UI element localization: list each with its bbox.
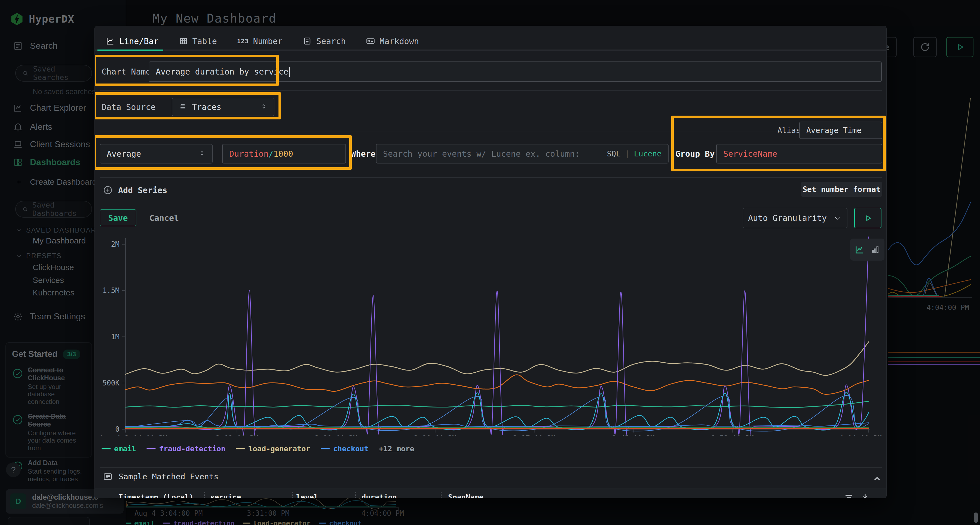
database-icon: [179, 103, 187, 111]
document-icon: [303, 36, 312, 46]
legend-item-email[interactable]: email: [102, 444, 136, 453]
y-tick-label: 500K: [102, 379, 119, 387]
run-chart-button[interactable]: [854, 208, 881, 228]
column-separator[interactable]: [204, 492, 205, 498]
legend-item-load-generator[interactable]: load-generator: [236, 444, 310, 453]
group-by-label: Group By: [675, 144, 715, 163]
x-tick-label: Aug 4 3:04:00 PM: [99, 434, 167, 436]
tab-table[interactable]: Table: [179, 36, 217, 46]
tab-number[interactable]: 123 Number: [237, 36, 283, 46]
collapse-section-button[interactable]: [872, 474, 882, 484]
play-icon: [863, 214, 872, 223]
series-line-email: [126, 401, 869, 408]
list-icon: [103, 472, 113, 482]
main-chart: 2M1.5M1M500K0Aug 4 3:04:00 PM3:13:00 PM3…: [95, 233, 887, 436]
legend-more-link[interactable]: +12 more: [379, 444, 414, 453]
chevron-down-icon: [833, 214, 842, 223]
edit-chart-modal: Line/Bar Table 123 Number Search Markdow…: [94, 26, 887, 498]
divider: [100, 467, 882, 468]
chevron-up-icon: [872, 474, 882, 484]
data-source-label: Data Source: [102, 98, 156, 116]
legend-item-checkout[interactable]: checkout: [321, 444, 369, 453]
alias-input[interactable]: Average Time: [799, 122, 882, 139]
tab-underline-track: [95, 49, 886, 51]
column-separator[interactable]: [441, 492, 442, 498]
text-cursor: [289, 67, 290, 77]
download-button[interactable]: [860, 492, 870, 498]
filter-icon: [844, 492, 854, 498]
data-source-select[interactable]: Traces: [172, 98, 274, 116]
sample-events-table-header: Timestamp (Local) service level duration…: [95, 489, 886, 498]
y-tick-label: 1M: [111, 333, 119, 341]
column-header-service[interactable]: service: [210, 493, 241, 498]
select-updown-icon: [260, 102, 267, 112]
chart-axes: [126, 238, 870, 429]
x-tick-label: 4:04:00 PM: [839, 434, 882, 436]
column-header-timestamp[interactable]: Timestamp (Local): [118, 493, 194, 498]
column-separator[interactable]: [292, 492, 293, 498]
bar-chart-icon[interactable]: [870, 245, 880, 255]
add-series-button[interactable]: Add Series: [103, 183, 167, 197]
markdown-icon: [366, 36, 375, 46]
x-tick-label: 3:29:00 PM: [414, 434, 457, 436]
x-tick-label: 3:45:00 PM: [612, 434, 655, 436]
divider: [100, 177, 882, 178]
download-icon: [860, 492, 870, 498]
where-placeholder: Search your events w/ Lucene ex. column:…: [383, 149, 579, 159]
x-tick-label: 3:21:00 PM: [315, 434, 358, 436]
chart-name-input[interactable]: Average duration by service: [149, 62, 882, 82]
series-line-load-generator: [126, 342, 869, 375]
aggregation-select[interactable]: Average: [100, 144, 213, 163]
chart-name-label: Chart Name: [102, 62, 151, 82]
sample-events-header: Sample Matched Events: [103, 472, 219, 482]
where-label: Where: [351, 144, 376, 163]
x-tick-label: 3:13:00 PM: [216, 434, 258, 436]
x-tick-label: 3:37:00 PM: [513, 434, 555, 436]
filter-columns-button[interactable]: [844, 492, 854, 498]
granularity-select[interactable]: Auto Granularity: [743, 208, 848, 228]
set-number-format-button[interactable]: Set number format: [801, 182, 882, 197]
column-header-duration[interactable]: duration: [361, 493, 397, 498]
123-icon: 123: [237, 38, 249, 44]
divider: [100, 131, 776, 132]
y-tick-label: 2M: [111, 240, 119, 248]
group-by-input[interactable]: ServiceName: [716, 144, 882, 163]
line-chart-icon: [106, 36, 115, 46]
table-icon: [179, 36, 188, 46]
column-separator[interactable]: [355, 492, 356, 498]
y-tick-label: 1.5M: [102, 286, 119, 295]
legend-item-fraud-detection[interactable]: fraud-detection: [146, 444, 225, 453]
query-language-toggle[interactable]: SQL | Lucene: [607, 149, 662, 158]
app-root: My New Dashboard Save: [0, 0, 980, 525]
divider: [100, 90, 882, 90]
alias-label: Alias: [778, 122, 800, 139]
select-updown-icon: [199, 149, 205, 159]
tab-line-bar[interactable]: Line/Bar: [106, 36, 159, 46]
tab-markdown[interactable]: Markdown: [366, 36, 419, 46]
column-header-spanname[interactable]: SpanName: [448, 493, 484, 498]
series-line-fraud-detection: [126, 237, 869, 435]
chart-type-tabs: Line/Bar Table 123 Number Search Markdow…: [106, 33, 419, 49]
tab-underline-active: [97, 49, 163, 51]
series-line-unnamed: [126, 375, 869, 395]
chart-display-toggle[interactable]: [850, 239, 885, 260]
field-expression-input[interactable]: Duration/1000: [222, 144, 346, 163]
column-header-level[interactable]: level: [296, 493, 318, 498]
y-tick-label: 0: [115, 425, 119, 433]
circle-plus-icon: [103, 185, 113, 195]
tab-search[interactable]: Search: [303, 36, 346, 46]
x-tick-label: 3:53:00 PM: [711, 434, 754, 436]
line-chart-icon[interactable]: [854, 245, 864, 255]
where-search-input[interactable]: Search your events w/ Lucene ex. column:…: [376, 144, 668, 163]
save-button[interactable]: Save: [100, 209, 136, 226]
cancel-button[interactable]: Cancel: [148, 209, 180, 226]
chart-legend: email fraud-detection load-generator che…: [102, 444, 414, 453]
